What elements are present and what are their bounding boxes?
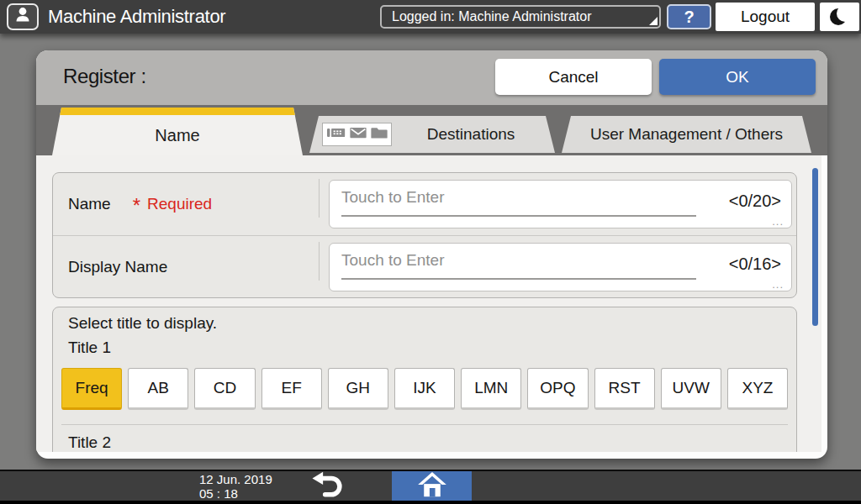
display-name-input-placeholder: Touch to Enter xyxy=(341,251,445,270)
vertical-scrollbar[interactable] xyxy=(812,168,818,326)
title1-option-ab[interactable]: AB xyxy=(128,368,188,410)
tab-strip: Name xyxy=(36,105,827,155)
top-bar: Machine Administrator Logged in: Machine… xyxy=(0,0,861,34)
help-button[interactable]: ? xyxy=(667,4,711,29)
datetime-display: 12 Jun. 2019 05 : 18 xyxy=(199,472,272,501)
title1-option-opq[interactable]: OPQ xyxy=(527,368,588,410)
required-asterisk: * xyxy=(133,202,140,210)
home-icon xyxy=(416,471,448,501)
name-field-label: Name xyxy=(68,195,111,213)
title1-option-cd[interactable]: CD xyxy=(194,368,255,410)
title1-option-rst[interactable]: RST xyxy=(594,368,655,410)
name-field-row: Name * Required Touch to Enter <0/20> ..… xyxy=(53,173,796,236)
tab-destinations[interactable]: Destinations xyxy=(309,116,555,153)
cancel-button[interactable]: Cancel xyxy=(495,59,652,95)
bottom-bar: 12 Jun. 2019 05 : 18 xyxy=(0,470,861,504)
tab-name-label: Name xyxy=(52,115,303,155)
title1-option-ef[interactable]: EF xyxy=(261,368,322,410)
back-button[interactable] xyxy=(303,471,353,501)
tab-user-management-label: User Management / Others xyxy=(562,116,811,153)
tab-user-management[interactable]: User Management / Others xyxy=(562,116,811,153)
section-divider xyxy=(61,424,788,425)
tab-name[interactable]: Name xyxy=(52,108,303,155)
user-account-button[interactable] xyxy=(7,3,39,30)
logout-button[interactable]: Logout xyxy=(716,3,815,31)
title1-option-uvw[interactable]: UVW xyxy=(661,368,721,410)
display-name-input[interactable]: Touch to Enter <0/16> ... xyxy=(329,243,792,291)
ellipsis-icon: ... xyxy=(772,278,784,291)
login-status-dropdown[interactable]: Logged in: Machine Administrator xyxy=(380,5,661,29)
fax-icon xyxy=(327,127,346,142)
time-text: 05 : 18 xyxy=(199,486,272,501)
dialog-title: Register : xyxy=(63,65,146,88)
name-char-counter: <0/20> xyxy=(729,192,781,211)
title1-options-row: Freq AB CD EF GH IJK LMN OPQ RST UVW XYZ xyxy=(61,368,788,410)
title1-option-freq[interactable]: Freq xyxy=(61,368,122,410)
name-fields-group: Name * Required Touch to Enter <0/20> ..… xyxy=(52,172,797,298)
title1-option-xyz[interactable]: XYZ xyxy=(727,368,788,410)
title1-label: Title 1 xyxy=(68,339,111,357)
title2-label: Title 2 xyxy=(68,433,111,452)
display-name-char-counter: <0/16> xyxy=(729,255,781,274)
home-button[interactable] xyxy=(392,471,472,501)
required-label: Required xyxy=(147,195,212,213)
input-underline xyxy=(341,215,696,217)
dialog-header: Register : Cancel OK xyxy=(36,50,827,105)
date-text: 12 Jun. 2019 xyxy=(199,472,272,486)
input-underline xyxy=(341,278,696,280)
app-title: Machine Administrator xyxy=(48,6,225,28)
back-icon xyxy=(311,471,345,501)
column-divider xyxy=(319,242,320,281)
active-tab-highlight xyxy=(52,108,303,115)
tab-panel-name: Name * Required Touch to Enter <0/20> ..… xyxy=(36,155,821,452)
name-input[interactable]: Touch to Enter <0/20> ... xyxy=(329,180,792,228)
screen-off-button[interactable] xyxy=(820,3,859,31)
title1-option-ijk[interactable]: IJK xyxy=(394,368,455,410)
folder-icon xyxy=(371,127,388,142)
question-icon: ? xyxy=(684,8,694,27)
user-icon xyxy=(13,5,33,29)
display-name-field-label: Display Name xyxy=(68,258,167,276)
tab-destinations-label: Destinations xyxy=(392,116,550,153)
title-select-group: Select title to display. Title 1 Freq AB… xyxy=(52,307,797,452)
ellipsis-icon: ... xyxy=(772,215,784,228)
email-icon xyxy=(350,127,367,142)
title-instruction: Select title to display. xyxy=(68,314,217,333)
column-divider xyxy=(319,179,320,218)
display-name-field-row: Display Name Touch to Enter <0/16> ... xyxy=(53,236,796,298)
ok-button[interactable]: OK xyxy=(659,59,816,95)
name-input-placeholder: Touch to Enter xyxy=(341,188,445,207)
register-dialog: Register : Cancel OK Name xyxy=(36,50,827,459)
title1-option-lmn[interactable]: LMN xyxy=(461,368,521,410)
login-status-text: Logged in: Machine Administrator xyxy=(392,9,591,24)
title1-option-gh[interactable]: GH xyxy=(328,368,388,410)
destination-type-icons xyxy=(322,123,392,146)
caret-icon xyxy=(649,17,658,25)
